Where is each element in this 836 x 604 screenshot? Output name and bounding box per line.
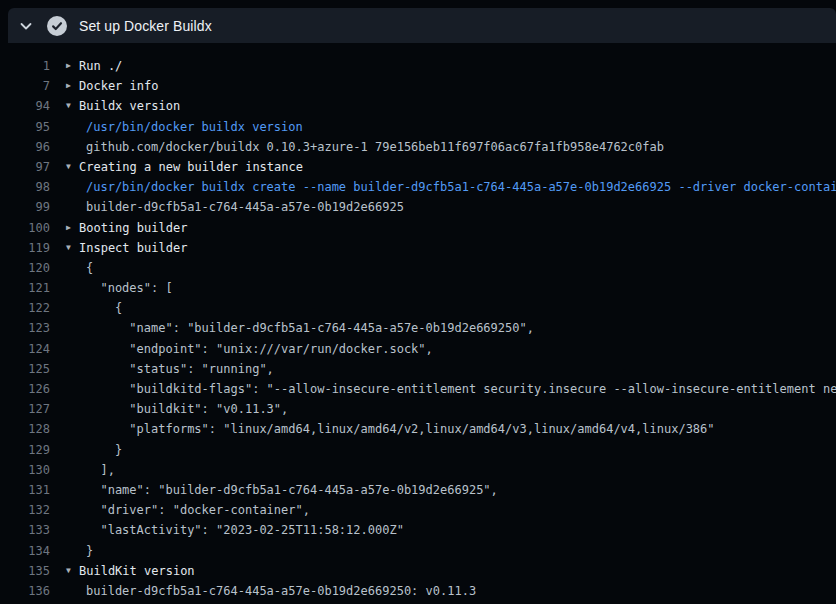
line-number[interactable]: 133	[0, 520, 50, 540]
line-number[interactable]: 121	[0, 278, 50, 298]
line-number[interactable]: 97	[0, 157, 50, 177]
log-line: 98 /usr/bin/docker buildx create --name …	[0, 177, 836, 197]
log-text: }	[86, 541, 93, 561]
line-number[interactable]: 126	[0, 379, 50, 399]
line-number[interactable]: 7	[0, 76, 50, 96]
log-text: builder-d9cfb5a1-c764-445a-a57e-0b19d2e6…	[86, 197, 404, 217]
line-number[interactable]: 123	[0, 318, 50, 338]
log-line: 129 }	[0, 440, 836, 460]
log-text[interactable]: Run ./	[79, 56, 122, 76]
check-circle-icon	[47, 16, 67, 36]
log-line: 132 "driver": "docker-container",	[0, 500, 836, 520]
log-text[interactable]: Buildx version	[79, 96, 180, 116]
group-toggle-icon[interactable]: ▶	[66, 218, 79, 238]
log-line[interactable]: 97 ▼ Creating a new builder instance	[0, 157, 836, 177]
log-line[interactable]: 1 ▶ Run ./	[0, 56, 836, 76]
log-line: 120 {	[0, 258, 836, 278]
log-text: "endpoint": "unix:///var/run/docker.sock…	[86, 339, 433, 359]
log-line: 125 "status": "running",	[0, 359, 836, 379]
line-number[interactable]: 132	[0, 500, 50, 520]
log-text: builder-d9cfb5a1-c764-445a-a57e-0b19d2e6…	[86, 581, 476, 601]
log-text: /usr/bin/docker buildx version	[86, 117, 303, 137]
log-line: 136 builder-d9cfb5a1-c764-445a-a57e-0b19…	[0, 581, 836, 601]
line-number[interactable]: 131	[0, 480, 50, 500]
line-number[interactable]: 99	[0, 197, 50, 217]
line-number[interactable]: 94	[0, 96, 50, 116]
line-number[interactable]: 120	[0, 258, 50, 278]
log-text: ],	[86, 460, 115, 480]
line-number[interactable]: 1	[0, 56, 50, 76]
log-line[interactable]: 94 ▼ Buildx version	[0, 96, 836, 116]
log-text: "lastActivity": "2023-02-25T11:58:12.000…	[86, 520, 404, 540]
line-number[interactable]: 119	[0, 238, 50, 258]
log-text: {	[86, 298, 122, 318]
log-text: "name": "builder-d9cfb5a1-c764-445a-a57e…	[86, 318, 534, 338]
line-number[interactable]: 128	[0, 419, 50, 439]
log-text[interactable]: Creating a new builder instance	[79, 157, 303, 177]
log-text: "name": "builder-d9cfb5a1-c764-445a-a57e…	[86, 480, 498, 500]
log-line: 134 }	[0, 541, 836, 561]
chevron-down-icon[interactable]	[18, 18, 34, 34]
log-line[interactable]: 135 ▼ BuildKit version	[0, 561, 836, 581]
log-line: 96 github.com/docker/buildx 0.10.3+azure…	[0, 137, 836, 157]
log-text[interactable]: BuildKit version	[79, 561, 195, 581]
log-line[interactable]: 100 ▶ Booting builder	[0, 218, 836, 238]
line-number[interactable]: 134	[0, 541, 50, 561]
log-line[interactable]: 119 ▼ Inspect builder	[0, 238, 836, 258]
log-text: github.com/docker/buildx 0.10.3+azure-1 …	[86, 137, 664, 157]
log-line: 99 builder-d9cfb5a1-c764-445a-a57e-0b19d…	[0, 197, 836, 217]
line-number[interactable]: 98	[0, 177, 50, 197]
group-toggle-icon[interactable]: ▼	[66, 561, 79, 581]
log-text: "buildkitd-flags": "--allow-insecure-ent…	[86, 379, 836, 399]
log-text: "platforms": "linux/amd64,linux/amd64/v2…	[86, 419, 715, 439]
log-text: "buildkit": "v0.11.3",	[86, 399, 288, 419]
log-text: {	[86, 258, 93, 278]
step-title: Set up Docker Buildx	[79, 18, 212, 34]
line-number[interactable]: 122	[0, 298, 50, 318]
log-line: 133 "lastActivity": "2023-02-25T11:58:12…	[0, 520, 836, 540]
log-line: 127 "buildkit": "v0.11.3",	[0, 399, 836, 419]
log-line: 130 ],	[0, 460, 836, 480]
line-number[interactable]: 136	[0, 581, 50, 601]
log-text: "status": "running",	[86, 359, 274, 379]
line-number[interactable]: 130	[0, 460, 50, 480]
log-line: 126 "buildkitd-flags": "--allow-insecure…	[0, 379, 836, 399]
line-number[interactable]: 124	[0, 339, 50, 359]
log-line: 121 "nodes": [	[0, 278, 836, 298]
log-line[interactable]: 7 ▶ Docker info	[0, 76, 836, 96]
step-header[interactable]: Set up Docker Buildx	[8, 8, 836, 43]
log-viewer: 1 ▶ Run ./ 7 ▶ Docker info 94 ▼ Buildx v…	[0, 43, 836, 604]
group-toggle-icon[interactable]: ▼	[66, 157, 79, 177]
group-toggle-icon[interactable]: ▶	[66, 76, 79, 96]
group-toggle-icon[interactable]: ▼	[66, 96, 79, 116]
log-line: 122 {	[0, 298, 836, 318]
line-number[interactable]: 96	[0, 137, 50, 157]
log-line: 128 "platforms": "linux/amd64,linux/amd6…	[0, 419, 836, 439]
line-number[interactable]: 95	[0, 117, 50, 137]
log-text: }	[86, 440, 122, 460]
log-line: 131 "name": "builder-d9cfb5a1-c764-445a-…	[0, 480, 836, 500]
log-line: 124 "endpoint": "unix:///var/run/docker.…	[0, 339, 836, 359]
log-line: 123 "name": "builder-d9cfb5a1-c764-445a-…	[0, 318, 836, 338]
line-number[interactable]: 127	[0, 399, 50, 419]
log-text: /usr/bin/docker buildx create --name bui…	[86, 177, 836, 197]
line-number[interactable]: 129	[0, 440, 50, 460]
log-text: "driver": "docker-container",	[86, 500, 310, 520]
log-text[interactable]: Docker info	[79, 76, 158, 96]
group-toggle-icon[interactable]: ▼	[66, 238, 79, 258]
log-line: 95 /usr/bin/docker buildx version	[0, 117, 836, 137]
log-text: "nodes": [	[86, 278, 173, 298]
line-number[interactable]: 125	[0, 359, 50, 379]
group-toggle-icon[interactable]: ▶	[66, 56, 79, 76]
log-text[interactable]: Booting builder	[79, 218, 187, 238]
line-number[interactable]: 135	[0, 561, 50, 581]
log-text[interactable]: Inspect builder	[79, 238, 187, 258]
line-number[interactable]: 100	[0, 218, 50, 238]
